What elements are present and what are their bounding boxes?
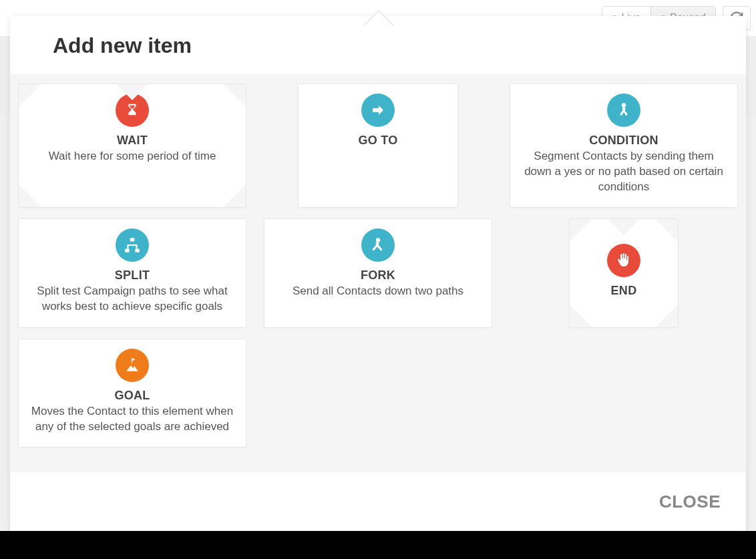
modal-notch (361, 7, 395, 25)
card-condition[interactable]: CONDITION Segment Contacts by sending th… (510, 83, 738, 208)
card-desc: Moves the Contact to this element when a… (29, 404, 235, 435)
svg-rect-2 (125, 248, 130, 252)
modal-footer: CLOSE (10, 472, 746, 531)
sitemap-icon (116, 228, 149, 262)
hourglass-icon (116, 94, 149, 127)
card-title: WAIT (117, 134, 148, 148)
modal-body: WAIT Wait here for some period of time G… (10, 74, 746, 472)
card-desc: Split test Campaign paths to see what wo… (29, 284, 235, 315)
card-desc: Wait here for some period of time (49, 149, 216, 164)
modal-title: Add new item (53, 33, 703, 58)
card-goto[interactable]: GO TO (298, 83, 458, 208)
arrow-right-icon (361, 94, 395, 127)
card-title: GO TO (358, 134, 397, 148)
hand-stop-icon (607, 244, 640, 277)
svg-rect-3 (135, 248, 140, 252)
card-title: GOAL (114, 389, 150, 403)
add-item-modal: Add new item WAIT Wait here for some per… (10, 16, 746, 531)
background-footer (0, 531, 756, 559)
fork-icon (361, 228, 395, 262)
card-wait[interactable]: WAIT Wait here for some period of time (18, 83, 246, 208)
card-desc: Segment Contacts by sending them down a … (521, 149, 727, 195)
card-title: END (611, 284, 637, 298)
card-fork[interactable]: FORK Send all Contacts down two paths (264, 218, 492, 328)
branch-icon (607, 94, 640, 127)
svg-rect-1 (130, 238, 135, 241)
card-end[interactable]: END (569, 218, 679, 328)
card-split[interactable]: SPLIT Split test Campaign paths to see w… (18, 218, 246, 328)
svg-point-0 (622, 103, 626, 108)
card-title: SPLIT (115, 268, 150, 283)
card-end-wrapper: END (510, 218, 738, 328)
svg-point-4 (376, 238, 381, 242)
close-button[interactable]: CLOSE (659, 492, 721, 512)
card-title: CONDITION (589, 134, 658, 148)
card-title: FORK (361, 268, 395, 283)
flag-mountain-icon (116, 349, 149, 382)
card-goal[interactable]: GOAL Moves the Contact to this element w… (18, 339, 246, 447)
card-desc: Send all Contacts down two paths (293, 284, 463, 299)
